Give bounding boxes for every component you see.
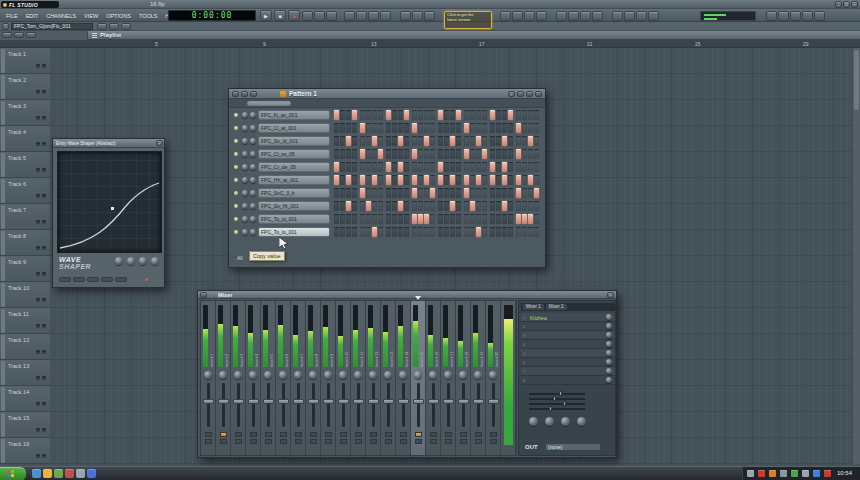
step-cell[interactable] [378, 123, 383, 133]
step-cell[interactable] [378, 188, 383, 198]
step-cell[interactable] [340, 227, 345, 237]
channel-pan-knob[interactable] [242, 177, 248, 183]
fx-slot[interactable]: 4 [521, 340, 615, 349]
pan-knob[interactable] [474, 371, 482, 379]
channel-volume-knob[interactable] [250, 112, 256, 118]
step-cell[interactable] [496, 123, 501, 133]
step-cell[interactable] [502, 188, 507, 198]
step-cell[interactable] [444, 123, 449, 133]
taskbar-quick-launch-icon[interactable] [76, 469, 85, 478]
step-cell[interactable] [360, 110, 365, 120]
step-cell[interactable] [516, 110, 521, 120]
step-cell[interactable] [424, 149, 429, 159]
step-cell[interactable] [352, 201, 357, 211]
channel-button[interactable]: FPC_To_lo_001 [258, 227, 330, 237]
step-cell[interactable] [366, 162, 371, 172]
fx-slot[interactable]: 6 [521, 358, 615, 367]
channel-pan-knob[interactable] [242, 125, 248, 131]
pan-knob[interactable] [384, 371, 392, 379]
step-cell[interactable] [496, 149, 501, 159]
channel-button[interactable]: FPC_Cl_tw_05 [258, 149, 330, 159]
step-cell[interactable] [508, 162, 513, 172]
pan-knob[interactable] [369, 371, 377, 379]
step-cell[interactable] [482, 162, 487, 172]
step-cell[interactable] [534, 175, 539, 185]
toolbar-button[interactable] [568, 11, 579, 21]
mute-button[interactable] [475, 439, 482, 444]
step-cell[interactable] [334, 110, 339, 120]
step-cell[interactable] [508, 188, 513, 198]
step-cell[interactable] [438, 110, 443, 120]
send-knob[interactable] [561, 417, 570, 426]
waveshaper-option-button[interactable] [87, 277, 99, 282]
step-cell[interactable] [404, 149, 409, 159]
pan-knob[interactable] [294, 371, 302, 379]
step-cell[interactable] [470, 162, 475, 172]
step-cell[interactable] [340, 175, 345, 185]
step-cell[interactable] [528, 188, 533, 198]
step-cell[interactable] [418, 136, 423, 146]
step-cell[interactable] [470, 110, 475, 120]
channel-button[interactable]: FPC_SnC_3_b [258, 188, 330, 198]
waveshaper-knob[interactable] [151, 257, 159, 265]
pattern-menu-button[interactable] [241, 91, 248, 97]
fx-slot-mix-knob[interactable] [606, 314, 612, 320]
toolbar-button[interactable] [356, 11, 367, 21]
track-lock-icon[interactable] [42, 90, 46, 94]
fader-handle[interactable] [368, 399, 379, 404]
step-cell[interactable] [418, 110, 423, 120]
record-arm-button[interactable] [490, 432, 497, 437]
step-cell[interactable] [450, 227, 455, 237]
channel-pan-knob[interactable] [242, 190, 248, 196]
step-cell[interactable] [482, 214, 487, 224]
track-mute-icon[interactable] [36, 194, 40, 198]
pattern-led-button[interactable] [535, 91, 542, 97]
mixer-strip[interactable]: Insert 5 [261, 301, 276, 455]
step-cell[interactable] [334, 175, 339, 185]
playlist-tool-button[interactable] [14, 32, 24, 38]
step-cell[interactable] [366, 201, 371, 211]
step-cell[interactable] [412, 149, 417, 159]
track-mute-icon[interactable] [36, 454, 40, 458]
step-cell[interactable] [444, 149, 449, 159]
step-cell[interactable] [470, 201, 475, 211]
step-cell[interactable] [418, 201, 423, 211]
step-cell[interactable] [490, 123, 495, 133]
channel-volume-knob[interactable] [250, 138, 256, 144]
step-cell[interactable] [534, 149, 539, 159]
toolbar-button[interactable] [592, 11, 603, 21]
playlist-tool-button[interactable] [2, 32, 12, 38]
step-cell[interactable] [438, 175, 443, 185]
record-arm-button[interactable] [460, 432, 467, 437]
step-cell[interactable] [482, 136, 487, 146]
mixer-strip[interactable]: Insert 7 [291, 301, 306, 455]
step-cell[interactable] [450, 175, 455, 185]
track-mute-icon[interactable] [36, 142, 40, 146]
record-arm-button[interactable] [430, 432, 437, 437]
track-mute-icon[interactable] [36, 376, 40, 380]
tray-icon[interactable] [769, 470, 776, 477]
send-knob[interactable] [545, 417, 554, 426]
channel-button[interactable]: FPC_To_id_001 [258, 214, 330, 224]
channel-pan-knob[interactable] [242, 164, 248, 170]
toolbar-button[interactable] [512, 11, 523, 21]
pattern-minimize-button[interactable] [526, 91, 533, 97]
step-cell[interactable] [392, 149, 397, 159]
toolbar-button[interactable] [778, 11, 789, 21]
mixer-strip[interactable]: Insert 17 [441, 301, 456, 455]
toolbar-button[interactable] [368, 11, 379, 21]
step-cell[interactable] [424, 201, 429, 211]
step-cell[interactable] [502, 175, 507, 185]
track-lock-icon[interactable] [42, 454, 46, 458]
fader-handle[interactable] [413, 399, 424, 404]
step-cell[interactable] [404, 123, 409, 133]
channel-volume-knob[interactable] [250, 164, 256, 170]
start-button[interactable] [0, 467, 26, 480]
record-arm-button[interactable] [370, 432, 377, 437]
menu-item-channels[interactable]: CHANNELS [42, 13, 80, 19]
mute-button[interactable] [295, 439, 302, 444]
pan-knob[interactable] [489, 371, 497, 379]
track-header[interactable]: Track 2 [0, 74, 50, 100]
track-lock-icon[interactable] [42, 350, 46, 354]
step-cell[interactable] [522, 214, 527, 224]
